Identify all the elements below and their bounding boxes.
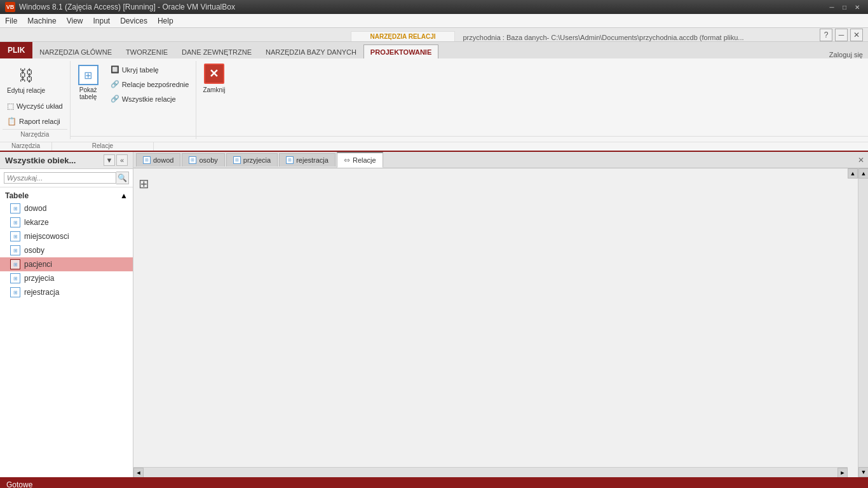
- table-label-osoby: osoby: [24, 246, 44, 255]
- search-button[interactable]: 🔍: [116, 172, 129, 184]
- narzedzia-group-label: Narzędzia: [3, 129, 67, 138]
- relacje-bezp-icon: 🔗: [111, 80, 119, 88]
- relacje-bezp-label: Relacje bezpośrednie: [122, 81, 189, 88]
- table-icon-rejestracja: ⊞: [10, 287, 20, 297]
- maximize-button[interactable]: □: [839, 2, 850, 12]
- edytuj-relacje-button[interactable]: ⛓ Edytuj relacje: [3, 64, 50, 97]
- table-item-rejestracja[interactable]: ⊞ rejestracja: [0, 285, 133, 299]
- all-rel-icon: 🔗: [111, 95, 119, 103]
- tab-plik[interactable]: PLIK: [0, 42, 32, 58]
- wszystkie-label: Wszystkie relacje: [122, 95, 176, 103]
- search-input[interactable]: [4, 172, 116, 184]
- ribbon: NARZĘDZIA RELACJI przychodnia : Baza dan…: [0, 28, 868, 152]
- table-icon-lekarze: ⊞: [10, 217, 20, 227]
- status-bar: Gotowe: [0, 477, 868, 488]
- content-area: ▲ ⊞ ◄ ►: [133, 168, 858, 477]
- relacje-tab-icon: ⇔: [344, 156, 350, 165]
- table-icon-osoby: ⊞: [10, 245, 20, 255]
- help-button[interactable]: ?: [820, 29, 832, 41]
- status-text: Gotowe: [6, 480, 32, 488]
- tab-label-relacje: Relacje: [353, 156, 376, 164]
- menu-view[interactable]: View: [62, 15, 88, 27]
- zaloguj-button[interactable]: Zaloguj się: [824, 51, 868, 58]
- ukryj-icon: 🔲: [111, 65, 119, 74]
- wyczysc-icon: ⬚: [7, 102, 14, 111]
- sidebar-collapse-button[interactable]: «: [116, 154, 128, 166]
- tab-projektowanie[interactable]: PROJEKTOWANIE: [363, 44, 438, 58]
- close-tab-button[interactable]: ✕: [854, 154, 868, 166]
- ukryj-label: Ukryj tabelę: [122, 66, 159, 74]
- doc-tab-przyjecia[interactable]: ⊞ przyjecia: [226, 153, 278, 166]
- wyczysc-label: Wyczyść układ: [17, 102, 63, 110]
- scroll-right-button[interactable]: ►: [837, 468, 848, 478]
- table-label-pacjenci: pacjenci: [24, 260, 52, 269]
- scroll-left-button[interactable]: ◄: [133, 468, 144, 478]
- doc-tab-relacje[interactable]: ⇔ Relacje: [337, 152, 383, 168]
- scroll-up-btn[interactable]: ▲: [858, 168, 868, 179]
- doc-tab-rejestracja[interactable]: ⊞ rejestracja: [279, 153, 336, 166]
- tab-icon-rejestracja: ⊞: [286, 156, 294, 164]
- pokaz-tabele-button[interactable]: ⊞ Pokaż tabelę: [73, 62, 104, 103]
- search-box: 🔍: [0, 169, 133, 187]
- relacje-bezp-button[interactable]: 🔗 Relacje bezpośrednie: [106, 78, 194, 90]
- menu-input[interactable]: Input: [88, 15, 116, 27]
- scroll-down-btn[interactable]: ▼: [858, 467, 868, 477]
- table-icon-dowod: ⊞: [10, 203, 20, 214]
- table-label-lekarze: lekarze: [24, 218, 49, 227]
- title-bar: VB Windows 8.1 (Zajęcia Access) [Running…: [0, 0, 868, 14]
- doc-tab-dowod[interactable]: ⊞ dowod: [136, 153, 180, 166]
- horizontal-scrollbar[interactable]: ◄ ►: [133, 467, 848, 477]
- table-item-miejscowosci[interactable]: ⊞ miejscowosci: [0, 229, 133, 243]
- pokaz-label: Pokaż: [79, 86, 97, 93]
- close-button[interactable]: ✕: [851, 2, 863, 12]
- menu-file[interactable]: File: [0, 15, 22, 27]
- collapse-icon: ▲: [120, 191, 128, 200]
- tab-icon-dowod: ⊞: [143, 156, 151, 164]
- table-icon-miejscowosci: ⊞: [10, 231, 20, 241]
- window-restore-button[interactable]: ─: [835, 29, 848, 41]
- sidebar-title: Wszystkie obiek...: [5, 156, 76, 165]
- table-item-przyjecia[interactable]: ⊞ przyjecia: [0, 271, 133, 285]
- content-inner: ⊞: [133, 168, 858, 477]
- relacje-bottom-label: Relacje: [52, 142, 154, 151]
- menu-machine[interactable]: Machine: [22, 15, 61, 27]
- tab-icon-przyjecia: ⊞: [233, 156, 241, 164]
- table-item-pacjenci[interactable]: ⊞ pacjenci: [0, 257, 133, 271]
- zamknij-icon: ✕: [204, 64, 224, 84]
- tables-section-header[interactable]: Tabele ▲: [0, 190, 133, 201]
- document-area: ⊞ dowod ⊞ osoby ⊞ przyjecia ⊞ rejestracj…: [133, 152, 868, 477]
- tab-narzedzia-bazy[interactable]: NARZĘDZIA BAZY DANYCH: [259, 44, 363, 58]
- sidebar-header: Wszystkie obiek... ▼ «: [0, 152, 133, 169]
- menu-bar: File Machine View Input Devices Help: [0, 14, 868, 28]
- sidebar-menu-button[interactable]: ▼: [104, 154, 115, 166]
- menu-help[interactable]: Help: [153, 15, 179, 27]
- narzedzia-bottom-label: Narzędzia: [0, 142, 52, 151]
- menu-devices[interactable]: Devices: [115, 15, 153, 27]
- tab-icon-osoby: ⊞: [189, 156, 196, 164]
- table-item-dowod[interactable]: ⊞ dowod: [0, 201, 133, 215]
- table-item-osoby[interactable]: ⊞ osoby: [0, 243, 133, 257]
- doc-tab-osoby[interactable]: ⊞ osoby: [182, 153, 224, 166]
- raport-button[interactable]: 📋 Raport relacji: [3, 115, 65, 128]
- narzedzia-relacji-label: NARZĘDZIA RELACJI: [351, 31, 456, 41]
- scroll-up-button[interactable]: ▲: [848, 168, 858, 179]
- vertical-scrollbar: ▲ ▼: [858, 168, 868, 477]
- wyczysc-button[interactable]: ⬚ Wyczyść układ: [3, 100, 67, 112]
- zamknij-label: Zamknij: [203, 86, 225, 93]
- ukryj-button[interactable]: 🔲 Ukryj tabelę: [106, 64, 194, 76]
- tables-section: Tabele ▲ ⊞ dowod ⊞ lekarze ⊞ miejscowosc…: [0, 187, 133, 302]
- tab-label-rejestracja: rejestracja: [296, 156, 329, 164]
- tab-narzedzia-glowne[interactable]: NARZĘDZIA GŁÓWNE: [32, 44, 119, 58]
- relations-placeholder-icon: ⊞: [139, 176, 149, 191]
- table-item-lekarze[interactable]: ⊞ lekarze: [0, 215, 133, 229]
- wszystkie-relacje-button[interactable]: 🔗 Wszystkie relacje: [106, 93, 194, 105]
- minimize-button[interactable]: ─: [826, 2, 837, 12]
- zamknij-button[interactable]: ✕ Zamknij: [196, 61, 231, 139]
- address-text: przychodnia : Baza danych- C:\Users\Admi…: [456, 34, 820, 41]
- window-close-button[interactable]: ✕: [850, 29, 863, 41]
- tab-dane-zewnetrzne[interactable]: DANE ZEWNĘTRZNE: [175, 44, 259, 58]
- raport-label: Raport relacji: [19, 118, 60, 125]
- tab-tworzenie[interactable]: TWORZENIE: [119, 44, 175, 58]
- app-icon: VB: [5, 2, 15, 12]
- table-label-przyjecia: przyjecia: [24, 274, 54, 283]
